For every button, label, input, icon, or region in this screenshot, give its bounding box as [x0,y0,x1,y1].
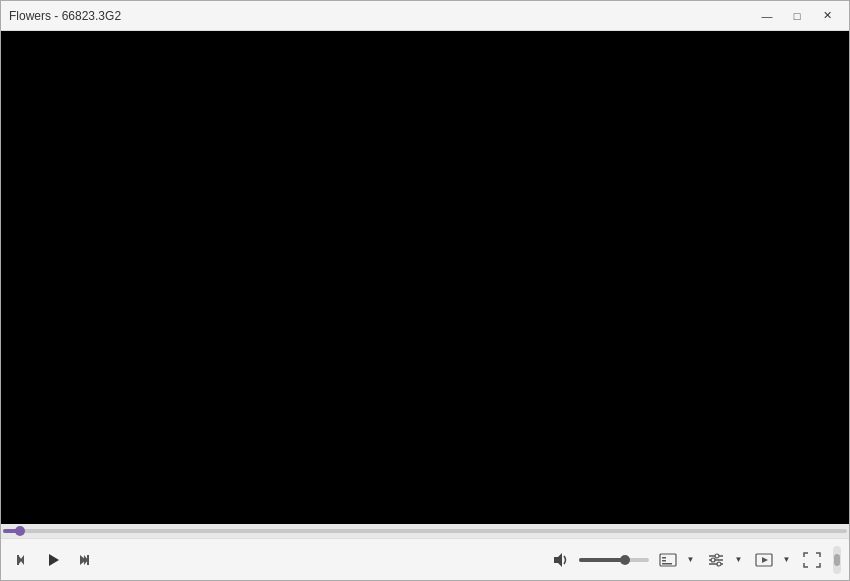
video-settings-icon [755,553,773,567]
captions-dropdown-arrow: ▼ [687,555,695,564]
progress-thumb[interactable] [15,526,25,536]
svg-marker-3 [49,554,59,566]
minimize-icon: — [762,10,773,22]
next-icon [76,553,90,567]
play-button[interactable] [39,546,67,574]
svg-marker-1 [20,555,24,565]
svg-marker-4 [80,555,86,565]
audio-dropdown-arrow: ▼ [735,555,743,564]
previous-icon [16,553,30,567]
close-icon: ✕ [823,9,832,22]
volume-thumb[interactable] [620,555,630,565]
svg-rect-6 [87,555,89,565]
volume-slider[interactable] [579,558,649,562]
maximize-button[interactable]: □ [783,6,811,26]
svg-marker-19 [762,557,768,563]
svg-rect-11 [662,563,672,565]
window-controls: — □ ✕ [753,6,841,26]
scrollbar-thumb [834,554,840,566]
playback-controls [9,546,97,574]
svg-marker-7 [554,553,562,567]
volume-section [547,546,649,574]
svg-point-15 [715,554,719,558]
next-button[interactable] [69,546,97,574]
controls-bar: ▼ ▼ [1,538,849,580]
maximize-icon: □ [794,10,801,22]
svg-rect-9 [662,557,666,559]
volume-button[interactable] [547,546,575,574]
video-dropdown-arrow: ▼ [783,555,791,564]
close-button[interactable]: ✕ [813,6,841,26]
media-player-window: Flowers - 66823.3G2 — □ ✕ [0,0,850,581]
video-group: ▼ [749,546,793,574]
fullscreen-icon [803,552,821,568]
title-bar: Flowers - 66823.3G2 — □ ✕ [1,1,849,31]
svg-rect-10 [662,560,666,562]
video-settings-button[interactable] [749,546,779,574]
svg-marker-5 [84,555,88,565]
volume-icon [552,551,570,569]
audio-group: ▼ [701,546,745,574]
audio-dropdown-button[interactable]: ▼ [731,546,745,574]
window-title: Flowers - 66823.3G2 [9,9,121,23]
captions-button[interactable] [653,546,683,574]
svg-marker-0 [18,555,22,565]
audio-button[interactable] [701,546,731,574]
audio-tracks-icon [707,553,725,567]
svg-rect-2 [17,555,19,565]
video-display[interactable] [1,31,849,524]
right-controls: ▼ ▼ [547,546,841,574]
fullscreen-button[interactable] [797,546,827,574]
captions-dropdown-button[interactable]: ▼ [683,546,697,574]
video-dropdown-button[interactable]: ▼ [779,546,793,574]
play-icon [45,552,61,568]
progress-bar-container [1,524,849,538]
captions-group: ▼ [653,546,697,574]
minimize-button[interactable]: — [753,6,781,26]
scrollbar[interactable] [833,546,841,574]
previous-button[interactable] [9,546,37,574]
svg-point-16 [711,558,715,562]
volume-fill [579,558,625,562]
captions-icon [659,553,677,567]
progress-track[interactable] [3,529,847,533]
svg-point-17 [717,562,721,566]
